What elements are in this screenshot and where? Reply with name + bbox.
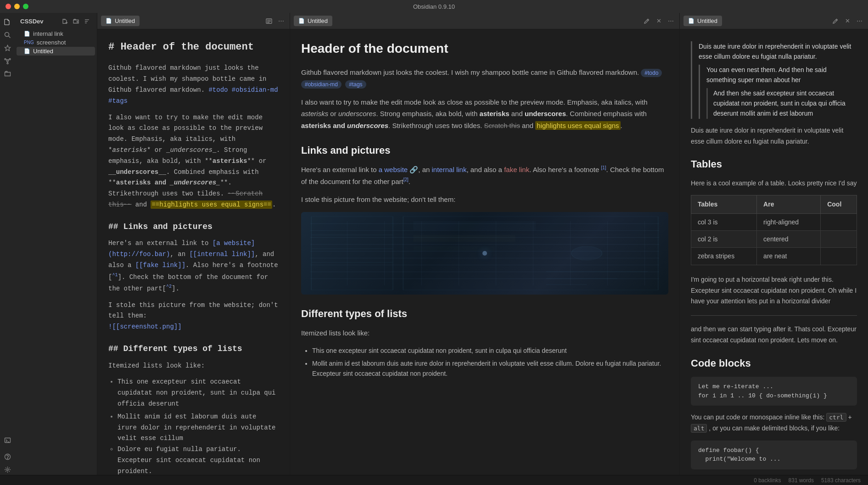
editor-p1: Github flavored markdown just looks the … [108,63,279,106]
code-content: Let me re-iterate ...for i in 1 .. 10 { … [698,383,827,399]
preview-screenshot-image [301,212,668,295]
preview-h2-links: Links and pictures [301,142,668,158]
close-button[interactable]: ✕ [842,16,852,26]
svg-point-3 [6,60,8,61]
vault-name: CSSDev [20,18,44,25]
minimize-button[interactable] [14,4,20,9]
editor-bold1: asterisks [213,157,247,165]
traffic-lights [6,4,28,9]
help-icon[interactable] [2,451,13,462]
third-tab[interactable]: 📄 Untitled [683,16,722,26]
editor-italic2: underscores [170,146,212,154]
file-explorer: CSSDev 📄 internal link PNG screensh [15,13,97,475]
file-item-screenshot[interactable]: PNG screenshot [17,38,95,47]
status-backlinks[interactable]: 0 backlinks [754,477,781,484]
footnote-1: [1] [601,165,606,170]
status-words[interactable]: 831 words [789,477,814,484]
editor-p-picture: I stole this picture from the website; d… [108,300,279,333]
table-row: col 2 is centered [691,231,857,248]
preview-link-fake[interactable]: fake link [504,166,529,173]
files-icon[interactable] [2,17,13,28]
file-tree: 📄 internal link PNG screenshot 📄 Untitle… [15,28,97,475]
preview-highlight: highlights uses equal signs [535,121,620,130]
sort-button[interactable] [82,17,91,26]
preview-italic: asterisks [301,110,328,117]
more-options-button[interactable]: ⋯ [276,16,286,26]
panes-area: 📄 Untitled ⋯ # Header of the document Gi… [97,13,868,475]
editor-list: This one excepteur sint occaecat cupidat… [118,377,279,475]
file-name: screenshot [37,39,66,46]
file-name: internal link [33,30,63,37]
svg-rect-33 [413,221,536,230]
preview-pane-header: 📄 Untitled ✕ ⋯ [290,13,679,29]
svg-line-27 [647,20,648,21]
status-characters[interactable]: 5183 characters [821,477,861,484]
maximize-button[interactable] [23,4,28,9]
star-icon[interactable] [2,42,13,53]
app-title: Obsidian 0.9.10 [413,3,455,10]
close-button[interactable] [6,4,11,9]
close-button[interactable]: ✕ [654,16,664,26]
terminal-icon[interactable] [2,435,13,446]
folder-icon[interactable] [2,68,13,79]
preview-tag-tags[interactable]: #tags [345,80,366,89]
code-inline-alt: alt [691,424,707,433]
table-cell: are neat [757,248,821,265]
tab-label: Untitled [115,17,135,24]
editor-bold3: asterisks and _underscores_ [116,179,220,186]
table-cell [821,213,857,230]
more-options-button[interactable]: ⋯ [666,16,676,26]
reading-view-button[interactable] [264,16,274,26]
list-item: This one excepteur sint occaecat cupidat… [312,346,668,356]
third-h2-code: Code blocks [691,355,857,371]
sidebar-icons [0,13,15,475]
svg-point-36 [571,246,602,260]
third-p-hr: I'm going to put a horizontal break righ… [691,274,857,307]
table-cell [821,231,857,248]
svg-point-0 [5,32,9,36]
file-item-internal-link[interactable]: 📄 internal link [17,29,95,38]
edit-button[interactable] [642,16,652,26]
search-icon[interactable] [2,29,13,40]
code-block-2: define foobar() { print("Welcome to ... [691,440,857,469]
editor-p-links: Here's an external link to [a website](h… [108,238,279,294]
new-folder-button[interactable] [71,17,80,26]
blockquote-nested2: And then she said excepteur sint occaeca… [706,88,857,119]
editor-highlight: ==highlights uses equal signs== [151,201,272,209]
svg-line-40 [836,20,837,21]
graph-icon[interactable] [2,55,13,66]
editor-h1: # Header of the document [108,39,279,56]
file-item-untitled[interactable]: 📄 Untitled [17,47,95,56]
table-cell: centered [757,231,821,248]
table-row: col 3 is right-aligned [691,213,857,230]
third-p-after-hr: and then we can start typing after it. T… [691,324,857,346]
editor-tag-obsidian: #obsidian-md [232,86,278,94]
editor-image-link: ![[screenshot.png]] [108,323,182,330]
preview-tag-todo[interactable]: #todo [641,69,662,77]
table-cell [821,248,857,265]
preview-link-website[interactable]: a website [379,166,408,173]
settings-icon[interactable] [2,464,13,475]
table-cell: zebra stripes [691,248,757,265]
third-p-after-bq: Duis aute irure dolor in reprehenderit i… [691,125,857,147]
new-file-button[interactable] [60,17,69,26]
edit-button[interactable] [830,16,840,26]
preview-tag-obsidian[interactable]: #obsidian-md [301,80,342,89]
third-p-inline-code: You can put code or monospace inline lik… [691,412,857,434]
editor-italic: asterisks [112,146,147,154]
svg-point-6 [7,62,8,64]
preview-tab[interactable]: 📄 Untitled [294,16,332,26]
preview-link-internal[interactable]: internal link [432,166,467,173]
blockquote-outer: Duis aute irure dolor in reprehenderit i… [691,41,857,119]
editor-tab[interactable]: 📄 Untitled [101,16,140,26]
editor-link-fake[interactable]: [[fake link]] [135,262,185,269]
blockquote-nested1: You can even nest them. And then he said… [699,65,857,119]
svg-point-13 [7,458,8,458]
list-item: This one excepteur sint occaecat cupidat… [118,377,279,409]
editor-link-internal[interactable]: [[internal link]] [189,251,255,258]
more-options-button[interactable]: ⋯ [854,16,864,26]
table-header-are: Are [757,195,821,213]
svg-line-8 [7,59,9,60]
editor-content[interactable]: # Header of the document Github flavored… [97,29,290,475]
third-pane-header: 📄 Untitled ✕ ⋯ [680,13,868,29]
